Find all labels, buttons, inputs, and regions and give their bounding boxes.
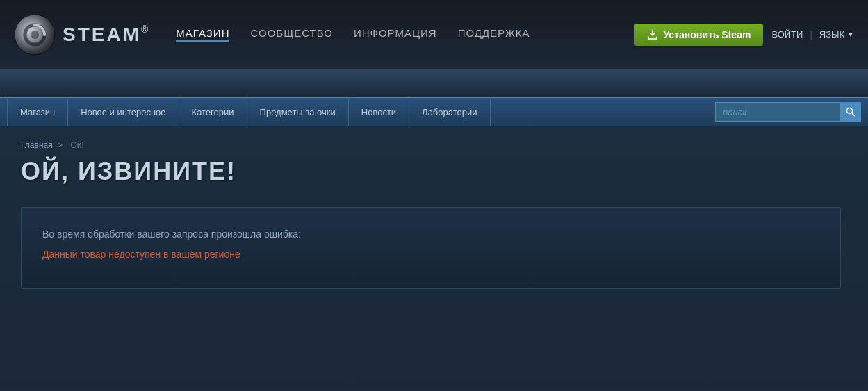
error-link[interactable]: Данный товар недоступен в вашем регионе [42,249,240,260]
nav-link-labs[interactable]: Лаборатории [409,97,490,126]
nav-support[interactable]: ПОДДЕРЖКА [458,27,530,42]
login-link[interactable]: ВОЙТИ [771,29,803,40]
main-navigation: МАГАЗИН СООБЩЕСТВО ИНФОРМАЦИЯ ПОДДЕРЖКА [176,27,530,42]
nav-link-store[interactable]: Магазин [7,97,68,126]
top-bar-right: Установить Steam ВОЙТИ | ЯЗЫК ▼ [634,24,854,46]
svg-point-2 [31,31,39,39]
breadcrumb-home[interactable]: Главная [21,140,53,150]
chevron-down-icon: ▼ [847,31,854,38]
nav-about[interactable]: ИНФОРМАЦИЯ [354,27,437,42]
breadcrumb-current: Ой! [70,140,83,150]
nav-link-points[interactable]: Предметы за очки [247,97,349,126]
install-steam-button[interactable]: Установить Steam [634,24,764,46]
main-content: Главная > Ой! ОЙ, ИЗВИНИТЕ! Во время обр… [0,126,868,391]
logo-area: STEAM® [14,14,148,56]
nav-store[interactable]: МАГАЗИН [176,27,229,42]
steam-logo-icon [14,14,56,56]
brand-name: STEAM [63,24,141,46]
search-button[interactable] [840,102,861,122]
search-input[interactable] [715,102,840,122]
brand-reg: ® [141,24,148,35]
breadcrumb: Главная > Ой! [21,140,847,150]
svg-line-4 [852,113,855,117]
nav-link-news[interactable]: Новости [349,97,409,126]
top-right-links: ВОЙТИ | ЯЗЫК ▼ [771,29,854,40]
nav-link-categories[interactable]: Категории [179,97,247,126]
error-description: Во время обработки вашего запроса произо… [42,228,819,240]
steam-brand-text: STEAM® [63,24,148,46]
page-title: ОЙ, ИЗВИНИТЕ! [21,157,847,186]
nav-link-new[interactable]: Новое и интересное [68,97,179,126]
error-box: Во время обработки вашего запроса произо… [21,207,841,289]
top-bar: STEAM® МАГАЗИН СООБЩЕСТВО ИНФОРМАЦИЯ ПОД… [0,0,868,69]
search-icon [846,107,855,117]
language-selector[interactable]: ЯЗЫК ▼ [819,29,854,40]
search-area [715,102,861,122]
secondary-nav: Магазин Новое и интересное Категории Пре… [0,97,868,126]
separator: | [810,29,812,40]
gradient-band [0,69,868,97]
secondary-nav-links: Магазин Новое и интересное Категории Пре… [7,97,715,126]
download-icon [647,29,658,40]
top-bar-left: STEAM® МАГАЗИН СООБЩЕСТВО ИНФОРМАЦИЯ ПОД… [14,14,530,56]
nav-community[interactable]: СООБЩЕСТВО [250,27,332,42]
breadcrumb-separator: > [58,140,63,150]
